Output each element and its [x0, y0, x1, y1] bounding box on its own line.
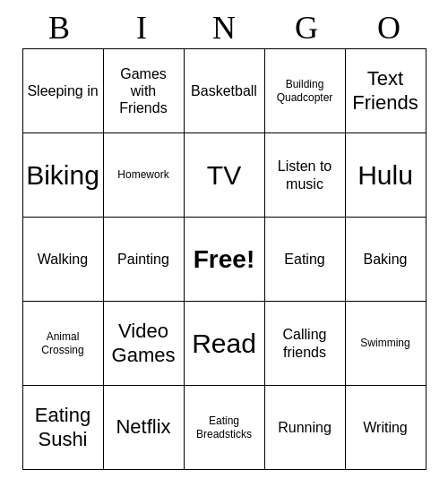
cell-label: Baking [364, 251, 408, 268]
bingo-cell: Baking [346, 218, 426, 302]
cell-label: Hulu [358, 159, 413, 192]
bingo-cell: Homework [104, 133, 185, 218]
bingo-cell: Eating [265, 218, 346, 302]
cell-label: TV [207, 159, 241, 192]
bingo-cell: Basketball [185, 49, 265, 133]
cell-label: Listen to music [269, 158, 341, 192]
bingo-cell: Text Friends [346, 49, 426, 133]
bingo-cell: Video Games [104, 302, 185, 386]
cell-label: Homework [117, 168, 168, 181]
cell-label: Painting [117, 251, 169, 268]
bingo-cell: Animal Crossing [23, 302, 104, 386]
cell-label: Free! [194, 244, 254, 275]
cell-label: Video Games [108, 320, 180, 367]
cell-label: Eating Breadsticks [188, 414, 261, 440]
bingo-cell: Eating Breadsticks [185, 386, 265, 470]
bingo-cell: Read [185, 302, 265, 386]
bingo-letter: I [101, 9, 182, 47]
cell-label: Sleeping in [27, 82, 98, 99]
cell-label: Netflix [116, 415, 170, 439]
cell-label: Biking [26, 159, 99, 192]
bingo-cell: Free! [185, 218, 265, 302]
cell-label: Eating [284, 251, 324, 268]
bingo-letter: N [184, 9, 264, 47]
cell-label: Swimming [360, 337, 409, 349]
bingo-cell: Games with Friends [104, 49, 185, 133]
cell-label: Calling friends [269, 326, 341, 360]
cell-label: Writing [363, 419, 408, 436]
cell-label: Games with Friends [108, 65, 180, 117]
bingo-letter: G [266, 9, 347, 47]
cell-label: Eating Sushi [27, 404, 99, 451]
cell-label: Walking [38, 251, 88, 268]
bingo-cell: Sleeping in [23, 49, 104, 133]
bingo-cell: TV [185, 133, 265, 218]
bingo-cell: Writing [346, 386, 426, 470]
bingo-cell: Walking [23, 218, 104, 302]
cell-label: Read [192, 328, 256, 360]
cell-label: Building Quadcopter [269, 78, 341, 104]
bingo-cell: Netflix [104, 386, 185, 470]
bingo-letter: O [349, 9, 429, 47]
bingo-cell: Listen to music [265, 133, 346, 218]
bingo-letter: B [19, 9, 99, 47]
bingo-cell: Biking [23, 133, 104, 218]
bingo-cell: Hulu [346, 133, 426, 218]
bingo-cell: Eating Sushi [23, 386, 104, 470]
bingo-grid: Sleeping inGames with FriendsBasketballB… [22, 48, 426, 470]
cell-label: Running [278, 419, 332, 436]
cell-label: Animal Crossing [27, 330, 99, 356]
bingo-header: BINGO [18, 9, 430, 47]
cell-label: Text Friends [349, 67, 422, 115]
bingo-cell: Painting [104, 218, 185, 302]
bingo-cell: Calling friends [265, 302, 346, 386]
bingo-cell: Building Quadcopter [265, 49, 346, 133]
bingo-cell: Swimming [346, 302, 426, 386]
cell-label: Basketball [191, 82, 257, 99]
bingo-cell: Running [265, 386, 346, 470]
